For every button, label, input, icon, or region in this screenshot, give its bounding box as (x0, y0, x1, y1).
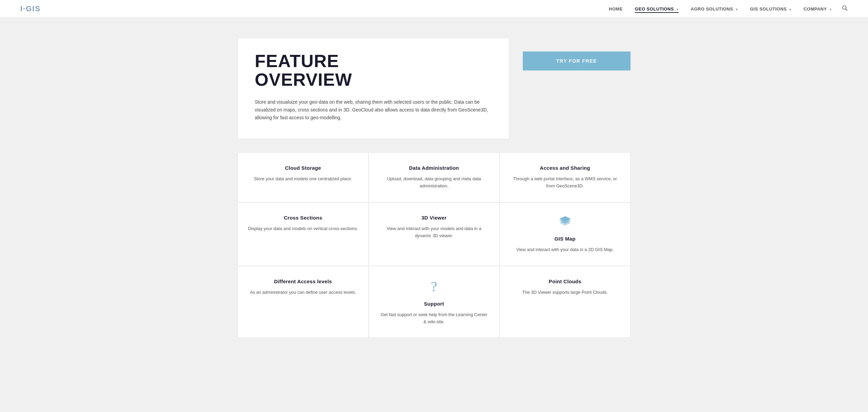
feature-data-admin: Data Administration Upload, download, da… (369, 152, 500, 202)
hero-description: Store and visualuize your geo-data on th… (255, 98, 492, 122)
feature-gis-map: GIS Map View and interact with your data… (499, 202, 631, 266)
nav-link-gis[interactable]: GIS SOLUTIONS ▾ (750, 6, 791, 12)
nav-links: HOME GEO SOLUTIONS ▾ AGRO SOLUTIONS ▾ GI… (609, 6, 831, 12)
main-content: FEATURE OVERVIEW Store and visualuize yo… (231, 18, 637, 365)
chevron-down-icon: ▾ (830, 8, 832, 11)
layers-icon (558, 215, 573, 230)
nav-item-geo[interactable]: GEO SOLUTIONS ▾ (635, 6, 678, 12)
feature-cross-sections: Cross Sections Display your data and mod… (237, 202, 369, 266)
feature-grid: Cloud Storage Store your data and models… (237, 152, 631, 338)
search-icon[interactable] (842, 5, 848, 13)
hero-section: FEATURE OVERVIEW Store and visualuize yo… (237, 38, 631, 139)
nav-link-geo[interactable]: GEO SOLUTIONS ▾ (635, 6, 678, 13)
chevron-down-icon: ▾ (677, 8, 679, 11)
chevron-down-icon: ▾ (789, 8, 791, 11)
nav-link-agro[interactable]: AGRO SOLUTIONS ▾ (691, 6, 738, 12)
logo[interactable]: I·GIS (20, 4, 41, 13)
svg-line-1 (846, 9, 847, 10)
chevron-down-icon: ▾ (736, 8, 738, 11)
nav-link-company[interactable]: COMPANY ▾ (804, 6, 831, 12)
nav-link-home[interactable]: HOME (609, 6, 623, 12)
nav-item-home[interactable]: HOME (609, 6, 623, 12)
feature-point-clouds: Point Clouds The 3D Viewer supports larg… (499, 266, 631, 338)
navigation: I·GIS HOME GEO SOLUTIONS ▾ AGRO SOLUTION… (0, 0, 868, 18)
feature-support: ? Support Get fast support or seek help … (369, 266, 500, 338)
feature-3d-viewer: 3D Viewer View and interact with your mo… (369, 202, 500, 266)
page-title: FEATURE OVERVIEW (255, 52, 492, 89)
question-mark-icon: ? (431, 279, 437, 295)
hero-cta: TRY FOR FREE (523, 38, 631, 70)
feature-access-levels: Different Access levels As an administra… (237, 266, 369, 338)
nav-item-company[interactable]: COMPANY ▾ (804, 6, 831, 12)
try-free-button[interactable]: TRY FOR FREE (523, 52, 631, 70)
nav-item-gis[interactable]: GIS SOLUTIONS ▾ (750, 6, 791, 12)
feature-cloud-storage: Cloud Storage Store your data and models… (237, 152, 369, 202)
nav-item-agro[interactable]: AGRO SOLUTIONS ▾ (691, 6, 738, 12)
feature-access-sharing: Access and Sharing Through a web portal … (499, 152, 631, 202)
hero-text-box: FEATURE OVERVIEW Store and visualuize yo… (237, 38, 509, 139)
